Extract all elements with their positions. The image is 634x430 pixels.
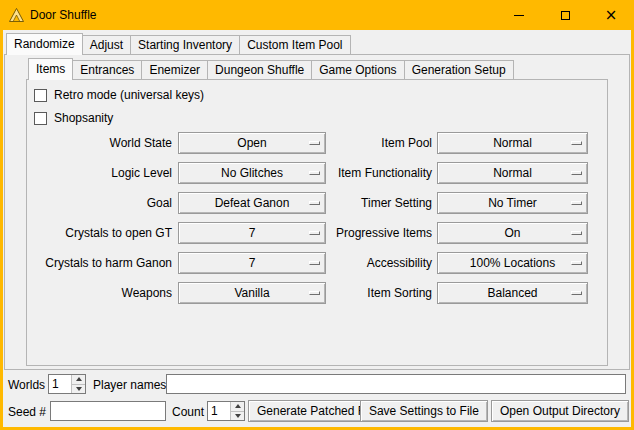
- footer-right-buttons: Save Settings to File Open Output Direct…: [360, 400, 629, 422]
- worlds-input[interactable]: [49, 375, 71, 393]
- worlds-spinner[interactable]: [48, 374, 86, 394]
- tab-generation-setup[interactable]: Generation Setup: [404, 60, 514, 80]
- arrow-up-icon: [76, 377, 82, 381]
- item-pool-label: Item Pool: [300, 136, 432, 151]
- dropdown-indicator-icon: [571, 261, 582, 265]
- dropdown-indicator-icon: [571, 171, 582, 175]
- tab-enemizer[interactable]: Enemizer: [141, 60, 208, 80]
- save-settings-button[interactable]: Save Settings to File: [360, 400, 488, 422]
- door-shuffle-window: Door Shuffle × Randomize Adjust Starting…: [0, 0, 634, 430]
- count-spinner[interactable]: [207, 401, 245, 421]
- world-state-label: World State: [30, 136, 172, 151]
- crystals-open-gt-label: Crystals to open GT: [30, 226, 172, 241]
- count-label: Count: [172, 405, 204, 420]
- worlds-label: Worlds: [8, 378, 45, 393]
- retro-mode-label: Retro mode (universal keys): [54, 88, 204, 102]
- tab-custom-item-pool[interactable]: Custom Item Pool: [239, 35, 350, 55]
- main-tab-bar: Randomize Adjust Starting Inventory Cust…: [6, 33, 351, 55]
- progressive-items-dropdown[interactable]: On: [437, 222, 588, 244]
- close-icon: ×: [605, 8, 618, 23]
- arrow-down-icon: [235, 414, 241, 418]
- shopsanity-label: Shopsanity: [54, 111, 113, 125]
- tab-randomize[interactable]: Randomize: [6, 33, 83, 55]
- item-pool-dropdown[interactable]: Normal: [437, 132, 588, 154]
- accessibility-value: 100% Locations: [470, 256, 555, 270]
- tab-game-options[interactable]: Game Options: [311, 60, 404, 80]
- crystals-harm-ganon-value: 7: [249, 256, 256, 270]
- open-output-directory-button[interactable]: Open Output Directory: [491, 400, 629, 422]
- timer-setting-label: Timer Setting: [300, 196, 432, 211]
- player-names-label: Player names: [93, 378, 166, 393]
- retro-mode-checkbox-row: Retro mode (universal keys): [34, 88, 204, 102]
- weapons-value: Vanilla: [234, 286, 269, 300]
- worlds-spin-down-button[interactable]: [72, 384, 85, 394]
- count-input[interactable]: [208, 402, 230, 420]
- item-sorting-value: Balanced: [487, 286, 537, 300]
- tab-entrances[interactable]: Entrances: [72, 60, 142, 80]
- accessibility-label: Accessibility: [300, 256, 432, 271]
- tab-starting-inventory[interactable]: Starting Inventory: [130, 35, 240, 55]
- shopsanity-checkbox-row: Shopsanity: [34, 111, 113, 125]
- count-spin-down-button[interactable]: [231, 411, 244, 421]
- close-button[interactable]: ×: [588, 0, 634, 30]
- item-sorting-dropdown[interactable]: Balanced: [437, 282, 588, 304]
- dropdown-indicator-icon: [571, 291, 582, 295]
- timer-setting-dropdown[interactable]: No Timer: [437, 192, 588, 214]
- app-icon: [9, 8, 24, 22]
- dropdown-indicator-icon: [571, 231, 582, 235]
- goal-label: Goal: [30, 196, 172, 211]
- world-state-value: Open: [237, 136, 266, 150]
- seed-label: Seed #: [8, 405, 46, 420]
- retro-mode-checkbox[interactable]: [34, 89, 47, 102]
- item-functionality-dropdown[interactable]: Normal: [437, 162, 588, 184]
- timer-setting-value: No Timer: [488, 196, 537, 210]
- tab-dungeon-shuffle[interactable]: Dungeon Shuffle: [207, 60, 312, 80]
- shopsanity-checkbox[interactable]: [34, 112, 47, 125]
- sub-tab-bar: Items Entrances Enemizer Dungeon Shuffle…: [28, 58, 514, 80]
- progressive-items-label: Progressive Items: [300, 226, 432, 241]
- count-spinner-arrows: [230, 402, 244, 420]
- worlds-spin-up-button[interactable]: [72, 375, 85, 384]
- player-names-input[interactable]: [166, 374, 626, 394]
- tab-items[interactable]: Items: [28, 58, 73, 80]
- count-spin-up-button[interactable]: [231, 402, 244, 411]
- arrow-up-icon: [235, 404, 241, 408]
- client-area: Randomize Adjust Starting Inventory Cust…: [3, 30, 631, 427]
- worlds-spinner-arrows: [71, 375, 85, 393]
- titlebar: Door Shuffle ×: [0, 0, 634, 30]
- window-title: Door Shuffle: [30, 8, 97, 22]
- tab-adjust[interactable]: Adjust: [82, 35, 131, 55]
- item-pool-value: Normal: [493, 136, 532, 150]
- seed-input[interactable]: [50, 401, 166, 421]
- weapons-label: Weapons: [30, 286, 172, 301]
- accessibility-dropdown[interactable]: 100% Locations: [437, 252, 588, 274]
- minimize-icon: [514, 15, 524, 16]
- maximize-icon: [561, 11, 570, 20]
- caption-buttons: ×: [496, 0, 634, 30]
- crystals-harm-ganon-label: Crystals to harm Ganon: [30, 256, 172, 271]
- minimize-button[interactable]: [496, 0, 542, 30]
- dropdown-indicator-icon: [571, 201, 582, 205]
- progressive-items-value: On: [504, 226, 520, 240]
- dropdown-indicator-icon: [571, 141, 582, 145]
- item-sorting-label: Item Sorting: [300, 286, 432, 301]
- crystals-open-gt-value: 7: [249, 226, 256, 240]
- arrow-down-icon: [76, 387, 82, 391]
- logic-level-label: Logic Level: [30, 166, 172, 181]
- item-functionality-value: Normal: [493, 166, 532, 180]
- logic-level-value: No Glitches: [221, 166, 283, 180]
- maximize-button[interactable]: [542, 0, 588, 30]
- goal-value: Defeat Ganon: [215, 196, 290, 210]
- item-functionality-label: Item Functionality: [300, 166, 432, 181]
